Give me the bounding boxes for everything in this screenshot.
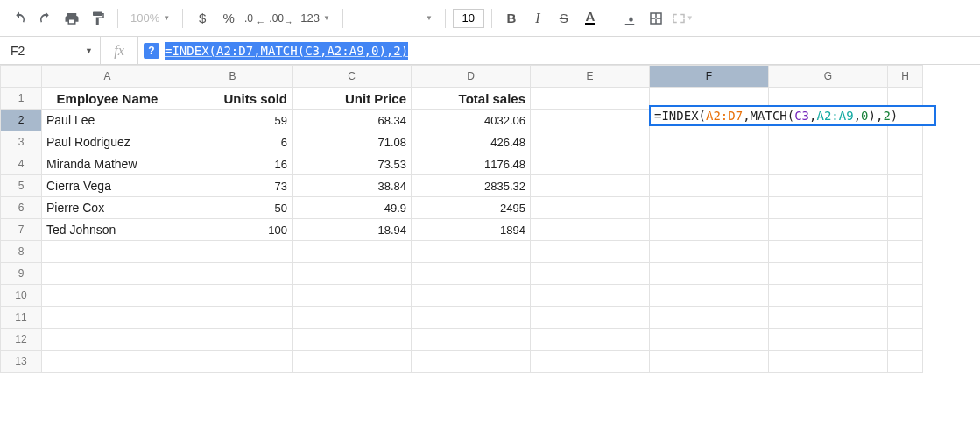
italic-button[interactable]: I [525,6,550,31]
cell[interactable] [531,153,650,175]
active-cell-editor[interactable]: =INDEX(A2:D7,MATCH(C3,A2:A9,0),2) [649,105,936,126]
cell[interactable] [769,329,888,351]
row-header-4[interactable]: 4 [1,153,42,175]
cell[interactable] [650,241,769,263]
cell[interactable] [42,285,173,307]
merge-cells-button[interactable]: ▼ [670,6,694,31]
font-dropdown[interactable]: ▼ [350,6,438,31]
cell[interactable] [650,307,769,329]
cell[interactable] [531,219,650,241]
cell[interactable] [531,175,650,197]
print-button[interactable] [60,6,84,31]
zoom-dropdown[interactable]: 100%▼ [125,6,175,31]
col-header-C[interactable]: C [293,66,412,88]
cell-A2[interactable]: Paul Lee [42,110,173,131]
cell-A4[interactable]: Miranda Mathew [42,153,173,175]
cell[interactable] [888,307,923,329]
cell[interactable] [769,263,888,285]
cell[interactable] [531,307,650,329]
spreadsheet-grid[interactable]: A B C D E F G H 1 Employee Name Units so… [0,65,980,372]
cell[interactable] [412,285,531,307]
cell[interactable] [650,197,769,219]
text-color-button[interactable]: A [578,6,603,31]
cell-A1[interactable]: Employee Name [42,88,173,110]
cell[interactable] [531,241,650,263]
cell-D1[interactable]: Total sales [412,88,531,110]
cell-B5[interactable]: 73 [173,175,293,197]
cell[interactable] [650,175,769,197]
cell-B6[interactable]: 50 [173,197,293,219]
cell-D2[interactable]: 4032.06 [412,110,531,131]
cell[interactable] [531,110,650,131]
cell[interactable] [888,285,923,307]
cell[interactable] [769,197,888,219]
row-header-13[interactable]: 13 [1,351,42,372]
cell[interactable] [173,263,293,285]
cell[interactable] [888,197,923,219]
cell[interactable] [42,351,173,372]
borders-button[interactable] [644,6,668,31]
cell-B1[interactable]: Units sold [173,88,293,110]
cell-C5[interactable]: 38.84 [293,175,412,197]
cell[interactable] [888,263,923,285]
cell-A3[interactable]: Paul Rodriguez [42,131,173,153]
cell[interactable] [769,351,888,372]
cell[interactable] [769,307,888,329]
cell[interactable] [293,351,412,372]
formula-input[interactable]: =INDEX(A2:D7,MATCH(C3,A2:A9,0),2) [163,37,980,64]
row-header-12[interactable]: 12 [1,329,42,351]
cell[interactable] [769,175,888,197]
font-size-input[interactable] [453,9,484,28]
cell[interactable] [650,329,769,351]
row-header-6[interactable]: 6 [1,197,42,219]
cell[interactable] [888,153,923,175]
row-header-11[interactable]: 11 [1,307,42,329]
cell[interactable] [42,241,173,263]
cell[interactable] [769,285,888,307]
cell[interactable] [531,197,650,219]
cell[interactable] [412,329,531,351]
cell-C7[interactable]: 18.94 [293,219,412,241]
increase-decimal-button[interactable]: .00→ [269,6,293,31]
cell[interactable] [769,153,888,175]
row-header-1[interactable]: 1 [1,88,42,110]
row-header-9[interactable]: 9 [1,263,42,285]
more-formats-dropdown[interactable]: 123▼ [295,6,335,31]
cell[interactable] [888,131,923,153]
cell-C3[interactable]: 71.08 [293,131,412,153]
cell[interactable] [173,351,293,372]
cell[interactable] [173,307,293,329]
cell-D4[interactable]: 1176.48 [412,153,531,175]
cell[interactable] [293,285,412,307]
col-header-H[interactable]: H [888,66,923,88]
cell[interactable] [650,285,769,307]
cell-B2[interactable]: 59 [173,110,293,131]
cell-A7[interactable]: Ted Johnson [42,219,173,241]
undo-button[interactable] [7,6,32,31]
cell[interactable] [531,285,650,307]
cell-D7[interactable]: 1894 [412,219,531,241]
col-header-E[interactable]: E [531,66,650,88]
cell[interactable] [650,153,769,175]
cell-D6[interactable]: 2495 [412,197,531,219]
cell-C6[interactable]: 49.9 [293,197,412,219]
cell[interactable] [888,241,923,263]
fill-color-button[interactable] [617,6,642,31]
cell[interactable] [531,329,650,351]
strikethrough-button[interactable]: S [552,6,576,31]
cell-A5[interactable]: Cierra Vega [42,175,173,197]
cell[interactable] [412,263,531,285]
row-header-5[interactable]: 5 [1,175,42,197]
cell-A6[interactable]: Pierre Cox [42,197,173,219]
cell[interactable] [293,329,412,351]
cell-C2[interactable]: 68.34 [293,110,412,131]
cell[interactable] [888,329,923,351]
cell[interactable] [531,88,650,110]
cell-B3[interactable]: 6 [173,131,293,153]
paint-format-button[interactable] [86,6,110,31]
cell-B7[interactable]: 100 [173,219,293,241]
cell-B4[interactable]: 16 [173,153,293,175]
select-all-corner[interactable] [1,66,42,88]
row-header-10[interactable]: 10 [1,285,42,307]
cell[interactable] [531,263,650,285]
